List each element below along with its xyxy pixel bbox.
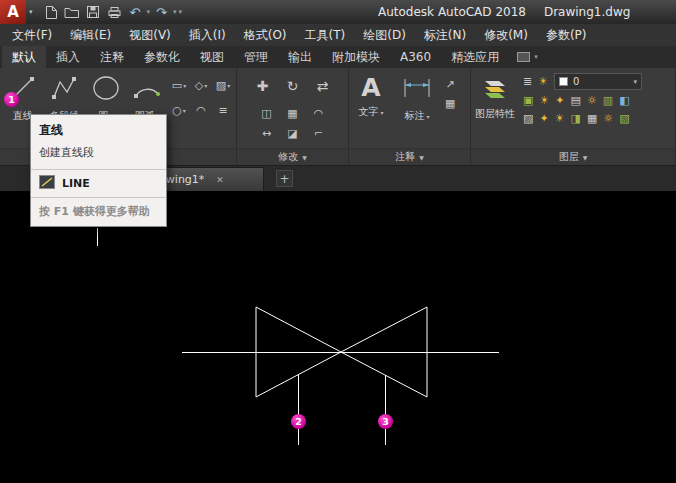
- layer-tool-icon[interactable]: ▥: [603, 94, 613, 108]
- layer-tool-icon[interactable]: ▧: [619, 112, 629, 126]
- layer-tool-icon[interactable]: ☀: [539, 94, 549, 108]
- open-folder-icon[interactable]: [62, 3, 83, 21]
- layer-tool-icon[interactable]: ☀: [555, 112, 565, 126]
- mirror-icon[interactable]: ◫: [254, 103, 280, 123]
- rotate-tool-button[interactable]: ↻: [280, 73, 306, 99]
- new-drawing-tab-button[interactable]: +: [276, 170, 293, 187]
- layer-tool-icon[interactable]: ▣: [523, 94, 533, 108]
- layer-properties-label: 图层特性: [474, 108, 516, 120]
- fillet-icon[interactable]: ◠: [306, 103, 332, 123]
- step-badge-2: 2: [291, 414, 306, 429]
- menu-format[interactable]: 格式(O): [235, 24, 296, 46]
- layer-tool-icon[interactable]: ▨: [523, 112, 533, 126]
- print-icon[interactable]: [104, 3, 125, 21]
- tab-view[interactable]: 视图: [190, 46, 234, 68]
- dimension-tool-button[interactable]: 标注▾: [391, 70, 443, 148]
- ribbon-options-caret-icon: ▾: [534, 53, 538, 61]
- redo-caret-icon[interactable]: ▾: [173, 8, 177, 16]
- panel-label-modify[interactable]: 修改▼: [237, 148, 348, 165]
- tab-parametric[interactable]: 参数化: [134, 46, 190, 68]
- tab-insert[interactable]: 插入: [46, 46, 90, 68]
- app-menu-caret-icon[interactable]: ▾: [29, 8, 33, 16]
- drawing-canvas[interactable]: 2 3: [0, 191, 676, 483]
- annotate-small-tools: ↗ ▦: [445, 70, 455, 148]
- menu-tools[interactable]: 工具(T): [296, 24, 355, 46]
- tab-featured-apps[interactable]: 精选应用: [441, 46, 509, 68]
- panel-layers: 图层特性 ≣ ☀ 0 ▾ ▣ ☀ ✦ ▤ ☼: [471, 68, 676, 165]
- menu-draw[interactable]: 绘图(D): [354, 24, 415, 46]
- layer-on-off-icon[interactable]: ☀: [538, 75, 548, 89]
- tab-annotate[interactable]: 注释: [90, 46, 134, 68]
- layer-dropdown-caret-icon: ▾: [634, 78, 638, 86]
- region-tool-icon[interactable]: ≡: [212, 98, 234, 123]
- close-icon[interactable]: ✕: [216, 175, 224, 185]
- window-title: Autodesk AutoCAD 2018 Drawing1.dwg: [378, 0, 630, 24]
- multileader-icon[interactable]: ↗: [445, 78, 455, 91]
- layer-tool-icon[interactable]: ◧: [619, 94, 629, 108]
- draw-small-tools: ▭▾ ◇▾ ▨▾ ○▾ ◠ ≡: [168, 70, 234, 148]
- menu-edit[interactable]: 编辑(E): [61, 24, 120, 46]
- arc-tool-icon: [133, 75, 161, 105]
- polygon-tool-icon[interactable]: ◇▾: [190, 73, 212, 98]
- layer-tool-icon[interactable]: ▦: [587, 112, 597, 126]
- layer-tool-icon[interactable]: ☼: [587, 94, 597, 108]
- layer-tool-icon[interactable]: ✦: [539, 112, 548, 126]
- tab-home[interactable]: 默认: [2, 46, 46, 68]
- valve-symbol-drawing: [0, 191, 676, 483]
- step-badge-1: 1: [4, 92, 19, 107]
- layer-tools-row-1: ▣ ☀ ✦ ▤ ☼ ▥ ◧: [521, 94, 673, 108]
- tooltip-command: LINE: [62, 177, 90, 190]
- layer-tool-icon[interactable]: ✦: [555, 94, 564, 108]
- ribbon-display-options-button[interactable]: ▾: [517, 46, 539, 68]
- array-icon[interactable]: ▦: [280, 103, 306, 123]
- menu-insert[interactable]: 插入(I): [180, 24, 235, 46]
- offset-icon[interactable]: ↔: [254, 123, 280, 143]
- panel-annotate-tools: A 文字▾ 标注▾ ↗ ▦: [349, 68, 470, 148]
- text-tool-button[interactable]: A 文字▾: [351, 70, 391, 148]
- undo-caret-icon[interactable]: ▾: [147, 8, 151, 16]
- new-file-icon[interactable]: [41, 3, 62, 21]
- tab-output[interactable]: 输出: [278, 46, 322, 68]
- erase-icon[interactable]: ⌐: [306, 123, 332, 143]
- table-icon[interactable]: ▦: [445, 97, 455, 110]
- panel-label-annotate[interactable]: 注释▼: [349, 148, 470, 165]
- ribbon-tab-bar: 默认 插入 注释 参数化 视图 管理 输出 附加模块 A360 精选应用 ▾: [0, 46, 676, 68]
- redo-icon[interactable]: ↷: [151, 3, 172, 21]
- panel-layers-arrow-icon: ▼: [583, 154, 588, 161]
- layer-dropdown[interactable]: 0 ▾: [554, 73, 642, 90]
- panel-layers-tools: 图层特性 ≣ ☀ 0 ▾ ▣ ☀ ✦ ▤ ☼: [471, 68, 675, 148]
- stretch-icon: ⇄: [317, 78, 329, 94]
- qat-menu-caret-icon[interactable]: ▾: [179, 8, 183, 16]
- ellipse-tool-icon[interactable]: ○▾: [168, 98, 190, 123]
- tab-a360[interactable]: A360: [390, 46, 441, 68]
- menu-modify[interactable]: 修改(M): [475, 24, 537, 46]
- menu-view[interactable]: 视图(V): [120, 24, 180, 46]
- explode-icon[interactable]: ◪: [280, 123, 306, 143]
- layer-states-icon[interactable]: ≣: [523, 75, 532, 89]
- undo-icon[interactable]: ↶: [125, 3, 146, 21]
- save-icon[interactable]: [83, 3, 104, 21]
- menu-bar: 文件(F) 编辑(E) 视图(V) 插入(I) 格式(O) 工具(T) 绘图(D…: [0, 24, 676, 46]
- tooltip-help: 按 F1 键获得更多帮助: [31, 197, 166, 226]
- layer-tool-icon[interactable]: ☼: [603, 112, 613, 126]
- hatch-tool-icon[interactable]: ▨▾: [212, 73, 234, 98]
- autocad-logo-icon[interactable]: A: [0, 0, 26, 24]
- layer-tool-icon[interactable]: ▤: [571, 94, 581, 108]
- layer-tool-icon[interactable]: ◨: [571, 112, 581, 126]
- tab-addins[interactable]: 附加模块: [322, 46, 390, 68]
- move-tool-button[interactable]: ✚: [250, 73, 276, 99]
- panel-modify: ✚ ↻ ⇄ ◫ ▦ ◠ ↔ ◪ ⌐ 修改▼: [237, 68, 349, 165]
- tab-manage[interactable]: 管理: [234, 46, 278, 68]
- panel-label-layers[interactable]: 图层▼: [471, 148, 675, 165]
- move-icon: ✚: [257, 78, 269, 94]
- revcloud-tool-icon[interactable]: ◠: [190, 98, 212, 123]
- document-title: Drawing1.dwg: [544, 5, 630, 19]
- menu-parametric[interactable]: 参数(P): [537, 24, 596, 46]
- menu-file[interactable]: 文件(F): [3, 24, 61, 46]
- panel-annotate: A 文字▾ 标注▾ ↗ ▦ 注释▼: [349, 68, 471, 165]
- panel-modify-tools: ✚ ↻ ⇄ ◫ ▦ ◠ ↔ ◪ ⌐: [237, 68, 348, 148]
- layer-properties-button[interactable]: 图层特性: [473, 70, 517, 148]
- menu-dimension[interactable]: 标注(N): [415, 24, 475, 46]
- rectangle-tool-icon[interactable]: ▭▾: [168, 73, 190, 98]
- stretch-tool-button[interactable]: ⇄: [310, 73, 336, 99]
